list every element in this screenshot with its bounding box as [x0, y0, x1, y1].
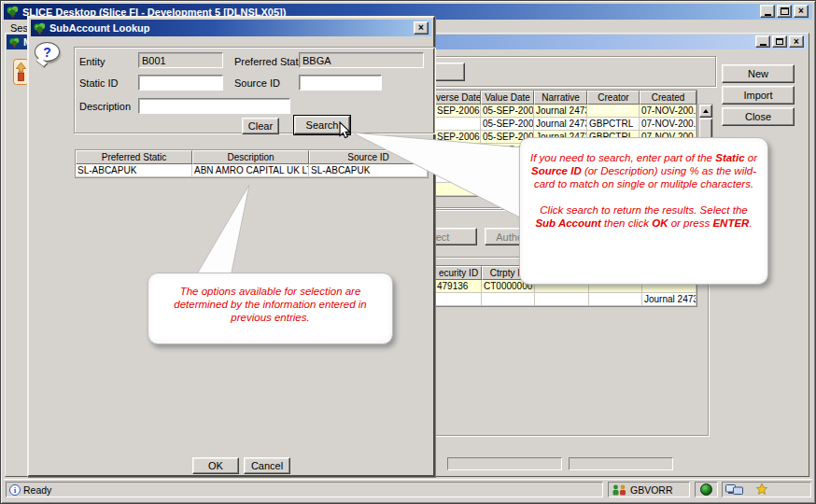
- callout-text-segment: ENTER: [712, 217, 749, 229]
- statusbar-separator: [4, 479, 812, 480]
- table-cell[interactable]: GBVORR: [587, 105, 640, 118]
- callout-text-segment: Click search to return the results. Sele…: [540, 204, 747, 216]
- table-cell[interactable]: Journal 2473...: [534, 105, 587, 118]
- table-cell[interactable]: 479136: [435, 280, 482, 293]
- results-table: Preferred StaticDescriptionSource IDSL-A…: [75, 149, 429, 178]
- info-icon: i: [9, 484, 21, 496]
- table-cell[interactable]: GBPCTRL: [587, 118, 640, 131]
- table-cell[interactable]: Journal 2473...: [642, 293, 696, 306]
- ok-button[interactable]: OK: [192, 457, 239, 474]
- journal-status-field-right: [569, 457, 673, 470]
- search-note-callout: If you need to search, enter part of the…: [519, 137, 768, 285]
- journal-window-controls: ×: [755, 35, 804, 48]
- table-cell[interactable]: [435, 157, 481, 170]
- column-header[interactable]: ecurity ID: [435, 266, 482, 280]
- column-header[interactable]: Preferred Static: [76, 150, 192, 164]
- new-button[interactable]: New: [722, 64, 795, 83]
- table-cell[interactable]: [482, 293, 535, 306]
- table-cell[interactable]: SL-ABCAPUK: [309, 164, 428, 177]
- column-header[interactable]: Description: [192, 150, 309, 164]
- help-glyph: ?: [43, 45, 51, 60]
- callout-text-segment: Sub Account: [535, 217, 601, 229]
- minimize-button[interactable]: [760, 5, 775, 18]
- table-cell[interactable]: 07-NOV-200...: [640, 105, 696, 118]
- callout-text-segment: If you need to search, enter part of the: [530, 152, 715, 163]
- journal-minimize-button[interactable]: [755, 35, 770, 48]
- column-header[interactable]: verse Date: [435, 91, 481, 105]
- source-id-label: Source ID: [234, 77, 280, 89]
- dialog-title: SubAccount Lookup: [49, 22, 150, 34]
- description-input[interactable]: [138, 98, 290, 114]
- table-cell[interactable]: 07-NOV-200...: [640, 118, 696, 131]
- dialog-icon: [34, 22, 46, 35]
- network-icon: [725, 483, 753, 497]
- table-cell[interactable]: [435, 118, 481, 131]
- table-cell[interactable]: ABN AMRO CAPITAL UK LTD: [192, 164, 309, 177]
- table-cell[interactable]: SL-ABCAPUK: [76, 164, 192, 177]
- source-id-input[interactable]: [299, 75, 382, 91]
- description-label: Description: [79, 101, 131, 112]
- table-row[interactable]: SL-ABCAPUKABN AMRO CAPITAL UK LTDSL-ABCA…: [76, 164, 428, 177]
- app-icon: [7, 6, 19, 18]
- close-button[interactable]: ×: [794, 5, 809, 18]
- callout-text-segment: Source ID: [531, 165, 582, 176]
- journal-window-icon: [9, 37, 20, 48]
- entity-label: Entity: [79, 56, 106, 67]
- preferred-static-label: Preferred Static: [234, 56, 305, 67]
- table-row[interactable]: SEP-200605-SEP-2006Journal 2473...GBVORR…: [435, 105, 696, 118]
- callout-text-segment: or: [745, 152, 757, 163]
- table-header-row: Preferred StaticDescriptionSource ID: [76, 150, 428, 164]
- table-row[interactable]: Journal 2473...: [435, 293, 696, 306]
- table-cell[interactable]: [435, 170, 481, 183]
- table-cell[interactable]: SEP-2006: [435, 105, 481, 118]
- cancel-button[interactable]: Cancel: [244, 457, 290, 474]
- help-balloon-icon[interactable]: ?: [35, 42, 60, 62]
- static-id-label: Static ID: [79, 77, 119, 89]
- static-id-input[interactable]: [138, 75, 223, 91]
- column-header[interactable]: Creator: [587, 91, 640, 105]
- scroll-up-button[interactable]: [699, 105, 712, 118]
- search-button[interactable]: Search: [294, 116, 350, 134]
- import-button[interactable]: Import: [722, 86, 795, 105]
- journal-status-field-left: [447, 457, 562, 470]
- entity-field: [138, 52, 223, 68]
- table-cell[interactable]: 05-SEP-2006: [481, 118, 534, 131]
- table-header-row: verse DateValue DateNarrativeCreatorCrea…: [435, 91, 696, 105]
- callout-text-segment: .: [749, 217, 752, 229]
- table-cell[interactable]: [589, 293, 642, 306]
- journal-close-button[interactable]: ×: [789, 35, 804, 48]
- table-cell[interactable]: Journal 2473...: [534, 118, 587, 131]
- table-cell[interactable]: [435, 183, 481, 196]
- callout-text-segment: then click: [601, 217, 652, 229]
- table-cell[interactable]: 05-SEP-2006: [481, 105, 534, 118]
- status-message-panel: i Ready: [6, 482, 603, 497]
- column-header[interactable]: Source ID: [309, 150, 428, 164]
- journal-restore-button[interactable]: [772, 35, 787, 48]
- table-cell[interactable]: SEP-2006: [435, 144, 481, 157]
- alert-spark-icon: [756, 483, 767, 497]
- column-header[interactable]: Value Date: [481, 91, 534, 105]
- clear-button[interactable]: Clear: [242, 118, 279, 134]
- table-cell[interactable]: [535, 293, 589, 306]
- status-user-text: GBVORR: [630, 484, 673, 496]
- column-header[interactable]: Created: [640, 91, 696, 105]
- table-cell[interactable]: SEP-2006: [435, 131, 481, 144]
- subaccount-lookup-dialog: SubAccount Lookup × ? Entity Preferred S…: [27, 16, 435, 477]
- status-globe-panel: [695, 482, 718, 497]
- dialog-close-button[interactable]: ×: [414, 21, 429, 35]
- close-journal-button[interactable]: Close: [722, 107, 795, 126]
- table-cell[interactable]: [435, 293, 482, 306]
- callout-text-segment: or press: [668, 217, 712, 229]
- column-header[interactable]: Narrative: [534, 91, 587, 105]
- users-icon: [612, 484, 627, 496]
- status-network-panel: [722, 482, 811, 497]
- callout-text-segment: Static: [715, 152, 744, 163]
- selection-note-text: The options available for selection are …: [174, 286, 366, 323]
- dialog-titlebar: SubAccount Lookup ×: [31, 20, 431, 36]
- status-ready-text: Ready: [23, 484, 51, 496]
- callout-text-segment: OK: [652, 217, 668, 229]
- maximize-button[interactable]: [777, 5, 792, 18]
- table-row[interactable]: 05-SEP-2006Journal 2473...GBPCTRL07-NOV-…: [435, 118, 696, 131]
- preferred-static-field: [299, 52, 424, 68]
- status-user-panel: GBVORR: [608, 482, 690, 497]
